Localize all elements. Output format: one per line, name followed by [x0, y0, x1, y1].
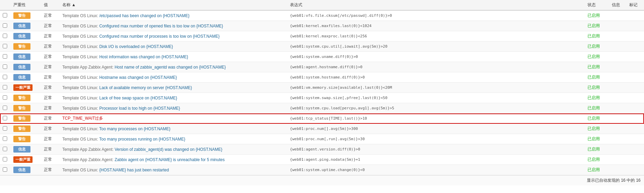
header-expression: 表达式	[287, 0, 585, 10]
status-cell: 正常	[41, 62, 60, 72]
trigger-name-link[interactable]: Configured max number of processes is to…	[99, 34, 220, 39]
trigger-name-link[interactable]: Version of zabbix_agent(d) was changed o…	[115, 147, 223, 152]
mark-cell	[627, 83, 644, 93]
header-name[interactable]: 名称 ▲	[60, 0, 287, 10]
name-cell: Template OS Linux: Too many processes ru…	[60, 134, 287, 144]
table-row: 警告正常Template OS Linux: Too many processe…	[0, 134, 644, 144]
trigger-name-link[interactable]: /etc/passwd has been changed on {HOST.NA…	[99, 13, 190, 18]
severity-badge: 信息	[13, 53, 30, 60]
status-cell: 正常	[41, 144, 60, 155]
row-checkbox[interactable]	[3, 167, 7, 172]
name-prefix: Template OS Linux:	[62, 106, 99, 111]
row-checkbox[interactable]	[3, 157, 7, 161]
trigger-name-link[interactable]: Processor load is too high on {HOST.NAME…	[99, 106, 180, 111]
trigger-name-link[interactable]: Disk I/O is overloaded on {HOST.NAME}	[99, 44, 173, 49]
name-cell: Template OS Linux: Too many processes on…	[60, 124, 287, 134]
row-checkbox[interactable]	[3, 85, 7, 89]
severity-badge: 警告	[13, 136, 30, 142]
info-cell	[609, 52, 627, 62]
row-checkbox[interactable]	[3, 116, 7, 120]
mark-cell	[627, 134, 644, 144]
info-cell	[609, 165, 627, 175]
trigger-name-link[interactable]: {HOST.NAME} has just been restarted	[99, 168, 169, 172]
row-checkbox[interactable]	[3, 44, 7, 48]
info-cell	[609, 21, 627, 31]
severity-badge: 信息	[13, 146, 30, 153]
trigger-name-link[interactable]: Too many processes running on {HOST.NAME…	[99, 137, 185, 142]
severity-badge: 信息	[13, 64, 30, 70]
info-cell	[609, 103, 627, 113]
trigger-name-link[interactable]: Hostname was changed on {HOST.NAME}	[99, 75, 177, 80]
trigger-name-link[interactable]: Lack of free swap space on {HOST.NAME}	[99, 96, 177, 100]
mark-cell	[627, 144, 644, 155]
name-prefix: Template OS Linux:	[62, 75, 99, 80]
name-cell: Template OS Linux: Host information was …	[60, 52, 287, 62]
footer-bar: 显示已自动发现的 16 中的 16	[0, 175, 644, 185]
row-checkbox[interactable]	[3, 23, 7, 28]
expression-cell: {web01:kernel.maxproc.last(0)}<256	[287, 31, 585, 41]
severity-badge: 信息	[13, 33, 30, 39]
trigger-name-link[interactable]: TCP_TIME_WAIT过多	[62, 116, 103, 121]
expression-cell: {web01:system.cpu.util[,iowait].avg(5m)}…	[287, 41, 585, 52]
name-cell: Template OS Linux: Hostname was changed …	[60, 72, 287, 83]
status-cell: 正常	[41, 124, 60, 134]
trigger-name-link[interactable]: Too many processes on {HOST.NAME}	[99, 126, 171, 131]
trigger-name-link[interactable]: Lack of available memory on server {HOST…	[99, 85, 192, 90]
name-cell: TCP_TIME_WAIT过多	[60, 113, 287, 124]
name-prefix: Template OS Linux:	[62, 44, 99, 49]
header-severity: 严重性	[11, 0, 41, 10]
name-prefix: Template OS Linux:	[62, 168, 99, 172]
trigger-name-link[interactable]: Zabbix agent on {HOST.NAME} is unreachab…	[115, 157, 225, 162]
expression-cell: {web01:agent.hostname.diff(0)}>0	[287, 62, 585, 72]
row-checkbox[interactable]	[3, 75, 7, 79]
table-row: 信息正常Template App Zabbix Agent: Version o…	[0, 144, 644, 155]
severity-badge: 警告	[13, 115, 30, 122]
expression-cell: {web01:system.swap.size[,pfree].last(0)}…	[287, 93, 585, 103]
severity-badge: 警告	[13, 12, 30, 19]
name-prefix: Template OS Linux:	[62, 126, 99, 131]
mark-cell	[627, 72, 644, 83]
expression-cell: {web01:agent.ping.nodata(5m)}=1	[287, 155, 585, 165]
state-cell: 已启用	[585, 72, 609, 83]
row-checkbox[interactable]	[3, 106, 7, 110]
row-checkbox[interactable]	[3, 34, 7, 38]
trigger-name-link[interactable]: Configured max number of opened files is…	[99, 24, 223, 28]
row-checkbox[interactable]	[3, 147, 7, 151]
table-row: 警告正常Template OS Linux: Lack of free swap…	[0, 93, 644, 103]
trigger-name-link[interactable]: Host information was changed on {HOST.NA…	[99, 55, 188, 59]
state-cell: 已启用	[585, 155, 609, 165]
mark-cell	[627, 165, 644, 175]
name-cell: Template OS Linux: {HOST.NAME} has just …	[60, 165, 287, 175]
row-checkbox[interactable]	[3, 95, 7, 100]
trigger-name-link[interactable]: Host name of zabbix_agentd was changed o…	[115, 65, 226, 70]
name-prefix: Template OS Linux:	[62, 24, 99, 28]
status-cell: 正常	[41, 52, 60, 62]
expression-cell: {web01:proc.num[].avg(5m)}>300	[287, 124, 585, 134]
status-cell: 正常	[41, 165, 60, 175]
expression-cell: {web01:vfs.file.cksum[/etc/passwd].diff(…	[287, 10, 585, 21]
state-cell: 已启用	[585, 62, 609, 72]
row-checkbox[interactable]	[3, 13, 7, 17]
info-cell	[609, 10, 627, 21]
table-row: 警告正常Template OS Linux: Processor load is…	[0, 103, 644, 113]
severity-badge: 一般严重	[13, 156, 33, 163]
status-cell: 正常	[41, 155, 60, 165]
table-row: 信息正常Template OS Linux: Configured max nu…	[0, 31, 644, 41]
footer-text: 显示已自动发现的 16 中的 16	[587, 178, 641, 183]
table-row: 一般严重正常Template OS Linux: Lack of availab…	[0, 83, 644, 93]
row-checkbox[interactable]	[3, 64, 7, 69]
row-checkbox[interactable]	[3, 136, 7, 141]
table-row: 信息正常Template OS Linux: Configured max nu…	[0, 21, 644, 31]
state-cell: 已启用	[585, 41, 609, 52]
severity-badge: 警告	[13, 105, 30, 111]
table-row: 信息正常Template App Zabbix Agent: Host name…	[0, 62, 644, 72]
name-cell: Template OS Linux: /etc/passwd has been …	[60, 10, 287, 21]
name-cell: Template OS Linux: Lack of free swap spa…	[60, 93, 287, 103]
state-cell: 已启用	[585, 93, 609, 103]
status-cell: 正常	[41, 134, 60, 144]
triggers-table-container: 严重性 值 名称 ▲ 表达式 状态 信息 标记	[0, 0, 644, 185]
info-cell	[609, 72, 627, 83]
row-checkbox[interactable]	[3, 54, 7, 59]
row-checkbox[interactable]	[3, 126, 7, 131]
table-row: 警告正常Template OS Linux: /etc/passwd has b…	[0, 10, 644, 21]
